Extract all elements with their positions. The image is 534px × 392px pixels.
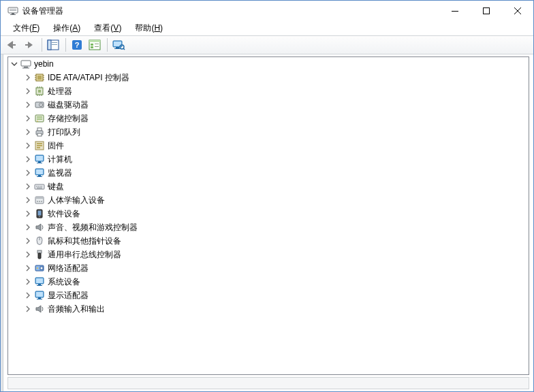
tree-node-label: 软件设备 [48, 208, 80, 220]
tree-node-disk[interactable]: 磁盘驱动器 [22, 98, 529, 112]
menu-help-accel: H [154, 23, 160, 33]
mouse-icon [34, 235, 45, 246]
menu-bar: 文件(F) 操作(A) 查看(V) 帮助(H) [1, 21, 533, 35]
minimize-button[interactable] [439, 1, 471, 21]
svg-rect-29 [22, 68, 29, 69]
tree-node-keyboard[interactable]: 键盘 [22, 180, 529, 193]
usb-icon [34, 249, 45, 260]
expander-closed-icon[interactable] [23, 86, 33, 96]
hid-icon [34, 195, 45, 206]
svg-rect-10 [48, 40, 51, 50]
svg-rect-6 [484, 8, 490, 14]
tree-node-audioio[interactable]: 音频输入和输出 [22, 302, 529, 316]
show-hide-console-button[interactable] [45, 37, 61, 53]
menu-help[interactable]: 帮助(H) [129, 22, 168, 35]
tree-node-software[interactable]: 软件设备 [22, 207, 529, 220]
menu-help-prefix: 帮助( [135, 23, 154, 33]
nav-forward-button[interactable] [21, 37, 37, 53]
tree-node-mouse[interactable]: 鼠标和其他指针设备 [22, 234, 529, 248]
tree-node-label: 系统设备 [48, 276, 80, 288]
close-button[interactable] [502, 1, 533, 21]
svg-rect-24 [114, 48, 121, 49]
tree-node-audio[interactable]: 声音、视频和游戏控制器 [22, 220, 529, 234]
svg-rect-27 [21, 61, 31, 66]
tree-node-display[interactable]: 显示适配器 [22, 289, 529, 302]
menu-view-prefix: 查看( [94, 23, 113, 33]
cpu-icon [34, 86, 45, 97]
display-icon [34, 290, 45, 301]
toolbar-separator [42, 38, 42, 52]
storage-icon [34, 113, 45, 124]
expander-closed-icon[interactable] [23, 114, 33, 123]
svg-rect-5 [452, 11, 458, 12]
monitor-icon [34, 167, 45, 178]
expander-closed-icon[interactable] [23, 304, 33, 314]
tree-node-label: 计算机 [48, 154, 72, 165]
title-bar: 设备管理器 [1, 1, 533, 21]
tree-node-storage[interactable]: 存储控制器 [22, 112, 529, 125]
expander-closed-icon[interactable] [23, 277, 33, 287]
scan-hardware-button[interactable] [110, 37, 127, 53]
device-tree-panel: yebin IDE ATA/ATAPI 控制器处理器磁盘驱动器存储控制器打印队列… [7, 56, 529, 375]
tree-node-monitor[interactable]: 监视器 [22, 166, 529, 180]
tree-node-usb[interactable]: 通用串行总线控制器 [22, 248, 529, 261]
menu-action-prefix: 操作( [53, 23, 72, 33]
expander-closed-icon[interactable] [23, 209, 33, 218]
tree-node-hid[interactable]: 人体学输入设备 [22, 193, 529, 207]
tree-node-label: 处理器 [48, 86, 72, 97]
tree-node-computer[interactable]: 计算机 [22, 152, 529, 166]
tree-node-label: 存储控制器 [48, 113, 89, 125]
menu-action[interactable]: 操作(A) [48, 22, 86, 35]
tree-node-system[interactable]: 系统设备 [22, 275, 529, 289]
tree-node-label: 监视器 [48, 167, 72, 179]
view-by-type-button[interactable] [87, 37, 103, 53]
tree-node-firmware[interactable]: 固件 [22, 139, 529, 152]
svg-line-26 [123, 48, 125, 50]
expander-closed-icon[interactable] [23, 236, 33, 246]
maximize-button[interactable] [471, 1, 502, 21]
printer-icon [34, 127, 45, 137]
speaker-icon [34, 222, 45, 233]
tree-node-network[interactable]: 网络适配器 [22, 261, 529, 275]
expander-closed-icon[interactable] [23, 182, 33, 191]
help-button[interactable]: ? [69, 37, 85, 53]
expander-closed-icon[interactable] [23, 291, 33, 300]
nic-icon [34, 263, 45, 274]
expander-closed-icon[interactable] [23, 73, 33, 82]
expander-closed-icon[interactable] [23, 100, 33, 110]
window-title: 设备管理器 [22, 5, 63, 17]
expander-closed-icon[interactable] [23, 195, 33, 205]
expander-closed-icon[interactable] [23, 250, 33, 259]
device-tree[interactable]: yebin IDE ATA/ATAPI 控制器处理器磁盘驱动器存储控制器打印队列… [8, 57, 529, 316]
tree-node-label: 人体学输入设备 [48, 195, 105, 206]
menu-help-tail: ) [160, 23, 163, 33]
expander-closed-icon[interactable] [23, 168, 33, 178]
nav-back-button[interactable] [3, 37, 20, 53]
svg-rect-7 [13, 44, 16, 46]
tree-node-ide[interactable]: IDE ATA/ATAPI 控制器 [22, 71, 529, 84]
toolbar-separator [65, 38, 66, 52]
menu-file[interactable]: 文件(F) [7, 22, 45, 35]
speaker-icon [34, 304, 45, 314]
tree-node-label: 显示适配器 [48, 290, 89, 301]
menu-view[interactable]: 查看(V) [89, 22, 127, 35]
tree-node-label: 声音、视频和游戏控制器 [48, 222, 138, 233]
tree-root-node[interactable]: yebin [8, 57, 529, 71]
svg-rect-17 [91, 44, 93, 46]
expander-closed-icon[interactable] [23, 263, 33, 273]
expander-closed-icon[interactable] [23, 154, 33, 164]
expander-closed-icon[interactable] [23, 223, 33, 232]
expander-open-icon[interactable] [10, 59, 19, 69]
expander-closed-icon[interactable] [23, 127, 33, 137]
svg-rect-20 [95, 46, 99, 47]
tree-node-printqueue[interactable]: 打印队列 [22, 125, 529, 139]
expander-closed-icon[interactable] [23, 141, 33, 150]
tree-node-label: 磁盘驱动器 [48, 99, 89, 111]
chip-icon [34, 72, 45, 83]
monitor-icon [34, 154, 45, 165]
svg-text:?: ? [75, 41, 80, 49]
app-icon [7, 5, 18, 16]
tree-node-cpu[interactable]: 处理器 [22, 84, 529, 98]
menu-action-tail: ) [78, 23, 80, 33]
svg-rect-1 [10, 9, 16, 10]
